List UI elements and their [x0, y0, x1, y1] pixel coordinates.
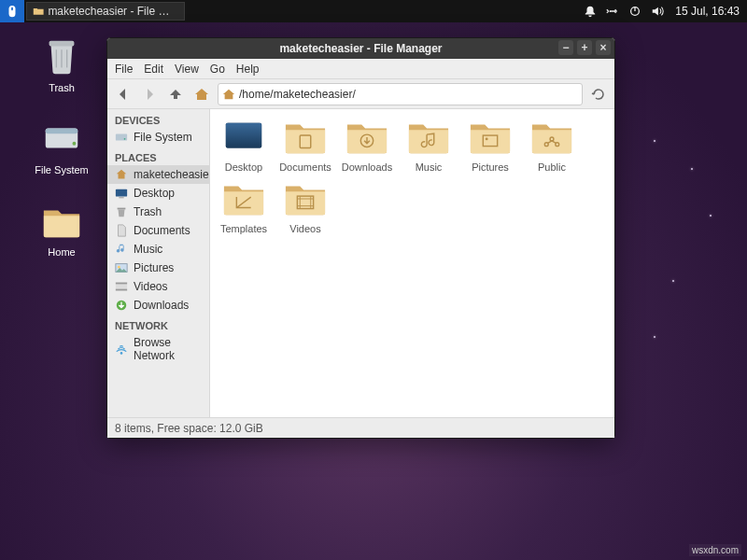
sidebar-item-label: Trash: [134, 205, 162, 218]
svg-rect-1: [11, 7, 13, 11]
maximize-button[interactable]: +: [577, 40, 592, 55]
folder-music[interactable]: Music: [401, 119, 457, 173]
trash-icon: [115, 205, 128, 218]
menu-go[interactable]: Go: [210, 63, 225, 76]
desktop-icon-label: File System: [24, 164, 99, 175]
svg-rect-6: [49, 41, 75, 47]
desktop-icon-trash[interactable]: Trash: [24, 34, 99, 93]
minimize-button[interactable]: −: [558, 40, 573, 55]
folder-label: Desktop: [216, 161, 272, 173]
back-button[interactable]: [113, 84, 134, 105]
folder-label: Templates: [216, 223, 272, 234]
folder-icon: [469, 119, 512, 156]
folder-icon: [222, 180, 265, 217]
folder-label: Public: [524, 161, 580, 173]
network-icon[interactable]: [606, 5, 619, 18]
desktop-icon: [115, 187, 128, 200]
desktop-icon-filesystem[interactable]: File System: [24, 116, 99, 175]
menubar: File Edit View Go Help: [107, 59, 614, 79]
sidebar-item-label: Documents: [134, 224, 190, 237]
clock[interactable]: 15 Jul, 16:43: [671, 5, 747, 18]
folder-pictures[interactable]: Pictures: [462, 119, 518, 173]
notifications-icon[interactable]: [584, 5, 597, 18]
desktop-icon-label: Trash: [24, 82, 99, 93]
folder-icon: [40, 198, 83, 241]
sidebar-item-music[interactable]: Music: [107, 240, 209, 259]
sidebar-item-videos[interactable]: Videos: [107, 277, 209, 296]
document-icon: [115, 224, 128, 237]
folder-documents[interactable]: Documents: [277, 119, 333, 173]
folder-desktop[interactable]: Desktop: [216, 119, 272, 173]
top-panel: maketecheasier - File Mana... 15 Jul, 16…: [0, 0, 747, 22]
path-input[interactable]: [239, 88, 578, 101]
forward-button[interactable]: [139, 84, 160, 105]
home-button[interactable]: [191, 84, 212, 105]
app-launcher[interactable]: [0, 0, 24, 22]
trash-icon: [40, 34, 83, 77]
folder-templates[interactable]: Templates: [216, 180, 272, 234]
sidebar-item-label: maketecheasier: [134, 168, 210, 181]
sidebar-item-home[interactable]: maketecheasier: [107, 165, 209, 184]
svg-point-3: [614, 10, 616, 12]
reload-button[interactable]: [588, 84, 609, 105]
drive-icon: [115, 131, 128, 144]
volume-icon[interactable]: [651, 5, 664, 18]
folder-icon: [407, 119, 450, 156]
sidebar-item-label: Desktop: [134, 187, 175, 200]
folder-public[interactable]: Public: [524, 119, 580, 173]
folder-icon: [284, 119, 327, 156]
sidebar-item-browse-network[interactable]: Browse Network: [107, 333, 209, 365]
sidebar-item-desktop[interactable]: Desktop: [107, 184, 209, 203]
status-text: 8 items, Free space: 12.0 GiB: [115, 422, 263, 435]
sidebar-item-label: Downloads: [134, 299, 189, 312]
svg-rect-8: [46, 128, 78, 133]
folder-icon: [284, 180, 327, 217]
menu-file[interactable]: File: [115, 63, 133, 76]
arrow-right-icon: [142, 87, 157, 102]
system-tray: [576, 5, 671, 18]
desktop-icon-label: Home: [24, 246, 99, 258]
svg-point-11: [124, 138, 126, 140]
svg-rect-23: [226, 123, 261, 148]
toolbar: [107, 79, 614, 109]
sidebar-item-trash[interactable]: Trash: [107, 203, 209, 221]
home-icon: [115, 168, 128, 181]
power-icon[interactable]: [628, 5, 641, 18]
sidebar-item-label: File System: [134, 131, 192, 144]
arrow-up-icon: [168, 87, 183, 102]
menu-help[interactable]: Help: [236, 63, 260, 76]
mouse-icon: [6, 5, 19, 18]
sidebar-item-file-system[interactable]: File System: [107, 128, 209, 147]
download-icon: [115, 299, 128, 312]
sidebar-item-pictures[interactable]: Pictures: [107, 259, 209, 277]
home-icon: [222, 88, 235, 101]
sidebar-header-network: NETWORK: [107, 315, 209, 333]
sidebar-item-documents[interactable]: Documents: [107, 221, 209, 240]
network-icon: [115, 343, 128, 356]
folder-videos[interactable]: Videos: [277, 180, 333, 234]
folder-label: Pictures: [462, 161, 518, 173]
menu-view[interactable]: View: [175, 63, 199, 76]
sidebar-item-label: Browse Network: [134, 336, 202, 362]
folder-icon: [345, 119, 388, 156]
desktop-icon-home[interactable]: Home: [24, 198, 99, 258]
content-area[interactable]: Desktop Documents Downloads Music Pictur…: [210, 109, 614, 417]
folder-downloads[interactable]: Downloads: [339, 119, 395, 173]
sidebar-item-label: Videos: [134, 280, 167, 293]
folder-label: Documents: [277, 161, 333, 173]
window-title: maketecheasier - File Manager: [279, 42, 442, 55]
svg-rect-10: [116, 134, 127, 141]
sidebar-item-label: Music: [134, 243, 162, 256]
menu-edit[interactable]: Edit: [144, 63, 163, 76]
sidebar-item-downloads[interactable]: Downloads: [107, 296, 209, 315]
up-button[interactable]: [165, 84, 186, 105]
titlebar[interactable]: maketecheasier - File Manager − + ×: [107, 38, 614, 59]
statusbar: 8 items, Free space: 12.0 GiB: [107, 417, 614, 438]
music-icon: [115, 243, 128, 256]
close-button[interactable]: ×: [596, 40, 611, 55]
svg-point-21: [120, 352, 123, 355]
reload-icon: [591, 87, 606, 102]
taskbar-item-file-manager[interactable]: maketecheasier - File Mana...: [26, 2, 185, 21]
folder-label: Music: [401, 161, 457, 173]
desktop-icon: [222, 119, 265, 156]
